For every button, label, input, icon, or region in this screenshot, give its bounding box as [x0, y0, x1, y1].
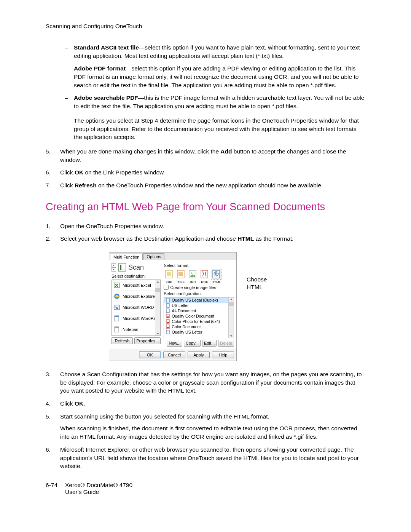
page-color-icon	[166, 314, 170, 318]
page-color-icon	[166, 319, 170, 324]
format-html-icon[interactable]	[211, 269, 221, 280]
footer-guide: User's Guide	[65, 489, 132, 495]
cancel-button[interactable]: Cancel	[163, 351, 185, 358]
onetouch-dialog: Multi Function Options ▲ ▼ Scan Select d…	[109, 252, 237, 361]
page-footer: 6-74 Xerox® DocuMate® 4790 User's Guide	[46, 482, 365, 495]
help-button[interactable]: Help	[212, 351, 234, 358]
step-b4: 4. Click OK.	[46, 399, 365, 408]
dialog-screenshot-wrap: Multi Function Options ▲ ▼ Scan Select d…	[109, 252, 365, 361]
footer-product: Xerox® DocuMate® 4790	[65, 482, 132, 489]
step-b2: 2. Select your web browser as the Destin…	[46, 235, 365, 243]
dest-scrollbar[interactable]: ▲ ▼	[155, 280, 160, 335]
page-icon	[166, 298, 170, 302]
page-icon	[166, 330, 170, 334]
step-b5-followup: When scanning is finished, the document …	[60, 424, 365, 441]
scroll-down-icon[interactable]: ▼	[229, 334, 234, 338]
cfg-item[interactable]: Color Document	[164, 324, 234, 329]
follow-paragraph: The options you select at Step 4 determi…	[74, 117, 365, 141]
svg-rect-27	[167, 322, 169, 323]
step-b6: 6. Microsoft Internet Explorer, or other…	[46, 446, 365, 470]
svg-text:W: W	[115, 306, 119, 310]
dest-item-acrobat[interactable]: Acrobat Reader 9.0	[112, 335, 160, 336]
svg-rect-19	[166, 304, 169, 307]
format-pdf-icon[interactable]	[199, 269, 210, 280]
svg-rect-5	[115, 316, 119, 317]
word-icon: W	[113, 304, 120, 311]
svg-rect-21	[166, 309, 169, 313]
dest-item-excel[interactable]: Microsoft Excel	[112, 280, 160, 291]
scroll-thumb[interactable]	[229, 302, 234, 306]
select-configuration-label: Select configuration:	[164, 291, 234, 296]
page-header: Scanning and Configuring OneTouch	[46, 23, 365, 30]
scroll-thumb[interactable]	[155, 288, 160, 292]
chevron-up-icon[interactable]: ▲	[112, 264, 116, 268]
new-button[interactable]: New...	[167, 340, 182, 347]
cfg-item[interactable]: A4 Document	[164, 308, 234, 313]
select-format-label: Select format:	[164, 263, 234, 268]
configuration-list[interactable]: Quality US Legal (Duplex) US Letter	[164, 297, 234, 338]
create-single-checkbox-row[interactable]: Create single image files	[164, 285, 234, 290]
svg-rect-11	[178, 272, 183, 276]
copy-button[interactable]: Copy...	[184, 340, 201, 347]
step-5: 5. When you are done making changes in t…	[46, 147, 365, 164]
callout-choose-html: Choose HTML	[247, 276, 267, 291]
step-b5: 5. Start scanning using the button you s…	[46, 412, 365, 441]
bullet-spdf: Adobe searchable PDF—this is the PDF ima…	[65, 94, 365, 110]
steps-list-b1: 1. Open the OneTouch Properties window. …	[46, 222, 365, 243]
format-bullet-list: Standard ASCII text file—select this opt…	[65, 43, 365, 110]
dest-item-wordpad[interactable]: Microsoft WordPad	[112, 313, 160, 324]
notepad-icon	[113, 326, 120, 333]
dest-item-word[interactable]: W Microsoft WORD	[112, 302, 160, 313]
cfg-item[interactable]: Color Photo for Email (6x4)	[164, 319, 234, 324]
scroll-down-icon[interactable]: ▼	[155, 332, 160, 335]
format-jpg-icon[interactable]	[187, 269, 198, 280]
scroll-up-icon[interactable]: ▲	[155, 280, 160, 283]
format-tiff-icon[interactable]	[175, 269, 186, 280]
dest-item-explorer[interactable]: Microsoft Explorer	[112, 291, 160, 302]
dialog-tabs: Multi Function Options	[109, 252, 236, 260]
cfg-item[interactable]: Quality Color Document	[164, 313, 234, 319]
svg-rect-14	[201, 270, 208, 278]
cfg-item[interactable]: Quality US Legal (Duplex)	[164, 297, 234, 303]
svg-rect-24	[167, 316, 169, 318]
format-labels-row: GIF TIFF JPG PDF HTML	[164, 280, 234, 284]
cfg-item[interactable]: Quality US Letter	[164, 329, 234, 335]
format-icons-row	[164, 269, 234, 280]
format-gif-icon[interactable]	[164, 269, 174, 280]
apply-button[interactable]: Apply	[188, 351, 210, 358]
step-6: 6. Click OK on the Link Properties windo…	[46, 168, 365, 177]
svg-rect-17	[166, 298, 169, 302]
edit-button[interactable]: Edit...	[202, 340, 217, 347]
refresh-button[interactable]: Refresh	[112, 337, 133, 344]
create-single-checkbox[interactable]	[164, 285, 169, 290]
page-number: 6-74	[46, 482, 57, 495]
svg-rect-32	[166, 330, 169, 334]
bullet-pdf: Adobe PDF format—select this option if y…	[65, 64, 365, 89]
scan-label: Scan	[128, 264, 144, 272]
ie-icon	[113, 293, 120, 300]
step-b1: 1. Open the OneTouch Properties window.	[46, 222, 365, 230]
dest-item-notepad[interactable]: Notepad	[112, 324, 160, 335]
tab-multi-function[interactable]: Multi Function	[110, 254, 143, 260]
properties-button[interactable]: Properties...	[134, 337, 161, 344]
tab-options[interactable]: Options	[143, 253, 164, 260]
section-heading: Creating an HTML Web Page from Your Scan…	[46, 201, 365, 213]
svg-rect-30	[167, 327, 169, 328]
step-7: 7. Click Refresh on the OneTouch Propert…	[46, 181, 365, 190]
cfg-scrollbar[interactable]: ▲ ▼	[228, 297, 234, 338]
svg-point-13	[191, 272, 192, 274]
step-b3: 3. Choose a Scan Configuration that has …	[46, 370, 365, 395]
svg-rect-7	[115, 327, 119, 328]
scan-spinner[interactable]: ▲ ▼	[112, 263, 116, 272]
chevron-down-icon[interactable]: ▼	[112, 268, 116, 272]
scroll-up-icon[interactable]: ▲	[229, 297, 234, 301]
page-color-icon	[166, 324, 170, 329]
svg-rect-9	[167, 272, 171, 276]
cfg-item[interactable]: US Letter	[164, 303, 234, 308]
bullet-ascii: Standard ASCII text file—select this opt…	[65, 43, 365, 60]
ok-button[interactable]: OK	[139, 351, 161, 358]
destination-list[interactable]: Microsoft Excel Microsoft Explorer W Mic…	[112, 280, 161, 336]
wordpad-icon	[113, 315, 120, 322]
excel-icon	[113, 282, 120, 289]
delete-button[interactable]: Delete	[218, 340, 234, 347]
